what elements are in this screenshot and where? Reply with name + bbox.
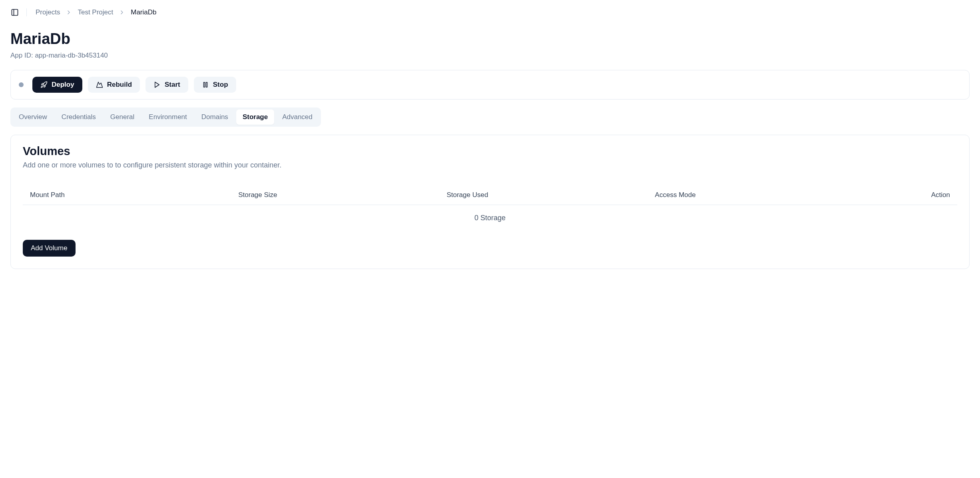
breadcrumb: Projects Test Project MariaDb xyxy=(36,8,156,16)
deploy-button-label: Deploy xyxy=(52,81,74,89)
breadcrumb-current: MariaDb xyxy=(131,8,156,16)
divider xyxy=(26,8,27,16)
pause-icon xyxy=(202,81,209,88)
tab-credentials[interactable]: Credentials xyxy=(55,110,102,125)
svg-rect-0 xyxy=(12,10,18,16)
chevron-right-icon xyxy=(119,9,125,16)
volumes-description: Add one or more volumes to to configure … xyxy=(23,161,957,169)
chevron-right-icon xyxy=(66,9,72,16)
status-indicator xyxy=(19,82,24,87)
breadcrumb-link-projects[interactable]: Projects xyxy=(36,8,60,16)
column-access-mode: Access Mode xyxy=(655,191,863,199)
app-id-label: App ID: app-maria-db-3b453140 xyxy=(10,52,970,60)
svg-rect-4 xyxy=(206,82,207,87)
deploy-button[interactable]: Deploy xyxy=(32,77,82,93)
rebuild-button-label: Rebuild xyxy=(107,81,132,89)
tab-storage[interactable]: Storage xyxy=(236,110,274,125)
add-volume-button[interactable]: Add Volume xyxy=(23,240,76,257)
tab-advanced[interactable]: Advanced xyxy=(276,110,319,125)
start-button-label: Start xyxy=(165,81,180,89)
stop-button-label: Stop xyxy=(213,81,228,89)
svg-rect-3 xyxy=(203,82,205,87)
hammer-icon xyxy=(96,81,103,88)
tab-overview[interactable]: Overview xyxy=(12,110,54,125)
column-mount-path: Mount Path xyxy=(30,191,238,199)
column-action: Action xyxy=(863,191,950,199)
tab-general[interactable]: General xyxy=(104,110,141,125)
breadcrumb-link-project[interactable]: Test Project xyxy=(78,8,113,16)
rocket-icon xyxy=(40,81,48,88)
sidebar-toggle-button[interactable] xyxy=(10,8,19,17)
rebuild-button[interactable]: Rebuild xyxy=(88,77,140,93)
volumes-table-header: Mount Path Storage Size Storage Used Acc… xyxy=(23,185,957,205)
column-storage-used: Storage Used xyxy=(446,191,655,199)
tab-domains[interactable]: Domains xyxy=(195,110,235,125)
panel-left-icon xyxy=(11,8,19,16)
column-storage-size: Storage Size xyxy=(238,191,446,199)
volumes-card: Volumes Add one or more volumes to to co… xyxy=(10,135,970,269)
tab-environment[interactable]: Environment xyxy=(142,110,193,125)
volumes-empty-state: 0 Storage xyxy=(23,205,957,231)
volumes-title: Volumes xyxy=(23,145,957,158)
play-icon xyxy=(153,81,161,88)
svg-marker-2 xyxy=(155,82,159,88)
actions-card: Deploy Rebuild Start Stop xyxy=(10,70,970,100)
start-button[interactable]: Start xyxy=(145,77,188,93)
stop-button[interactable]: Stop xyxy=(194,77,236,93)
page-title: MariaDb xyxy=(10,30,970,48)
tabs: Overview Credentials General Environment… xyxy=(10,108,321,127)
